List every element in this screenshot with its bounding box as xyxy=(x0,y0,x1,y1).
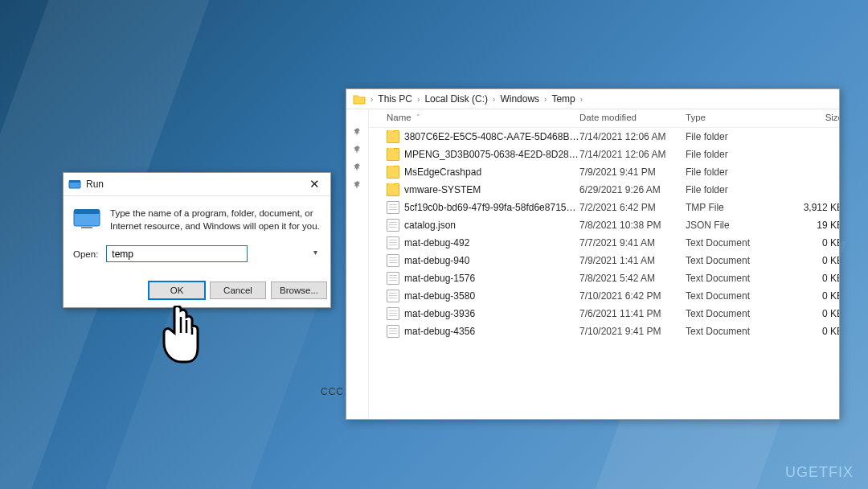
file-icon xyxy=(387,254,399,267)
chevron-right-icon: › xyxy=(371,95,373,104)
run-title: Run xyxy=(86,179,303,190)
file-name: mat-debug-4356 xyxy=(404,326,475,337)
breadcrumb[interactable]: This PC xyxy=(378,93,412,105)
file-date: 7/14/2021 12:06 AM xyxy=(579,149,686,160)
ok-button[interactable]: OK xyxy=(149,281,205,299)
chevron-right-icon: › xyxy=(493,95,495,104)
pin-icon[interactable] xyxy=(353,162,362,172)
file-type: Text Document xyxy=(686,255,782,266)
table-row[interactable]: MPENG_3D3B0075-0638-4E2D-8D28-2DE…7/14/2… xyxy=(369,146,839,163)
file-icon xyxy=(387,307,399,320)
file-icon xyxy=(387,219,399,232)
breadcrumb[interactable]: Windows xyxy=(500,93,539,105)
browse-button[interactable]: Browse... xyxy=(271,281,327,299)
explorer-window: › This PC › Local Disk (C:) › Windows › … xyxy=(346,88,840,420)
quick-access-rail xyxy=(346,109,369,419)
pin-icon[interactable] xyxy=(353,145,362,154)
run-program-icon xyxy=(73,208,100,230)
file-date: 7/10/2021 6:42 PM xyxy=(579,290,686,302)
file-name: mat-debug-3936 xyxy=(404,308,475,319)
run-dialog: Run ✕ Type the name of a program, folder… xyxy=(63,172,331,308)
table-row[interactable]: mat-debug-15767/8/2021 5:42 AMText Docum… xyxy=(369,269,839,287)
file-type: TMP File xyxy=(686,202,782,213)
column-date[interactable]: Date modified xyxy=(579,113,686,122)
file-date: 7/8/2021 5:42 AM xyxy=(579,273,686,284)
file-type: File folder xyxy=(686,149,782,160)
cancel-button[interactable]: Cancel xyxy=(210,281,266,299)
file-listing: Name˄ Date modified Type Size 3807C6E2-E… xyxy=(369,109,839,419)
cursor-hand-icon xyxy=(154,306,203,368)
table-row[interactable]: 5cf19c0b-bd69-47f9-99fa-58fd6e871503.t…7… xyxy=(369,199,839,216)
svg-rect-4 xyxy=(81,227,92,228)
chevron-down-icon[interactable]: ▾ xyxy=(313,248,317,257)
table-row[interactable]: mat-debug-9407/9/2021 1:41 AMText Docume… xyxy=(369,252,839,269)
table-row[interactable]: 3807C6E2-E5C5-408C-AA7E-5D468BEA33…7/14/… xyxy=(369,128,839,146)
background-text: CCC xyxy=(321,386,344,397)
breadcrumb[interactable]: Local Disk (C:) xyxy=(424,93,488,105)
file-type: Text Document xyxy=(686,273,782,284)
chevron-right-icon: › xyxy=(544,95,547,104)
file-size: 0 KB xyxy=(782,273,839,284)
table-row[interactable]: mat-debug-35807/10/2021 6:42 PMText Docu… xyxy=(369,287,839,305)
run-open-label: Open: xyxy=(73,249,98,259)
table-row[interactable]: catalog.json7/8/2021 10:38 PMJSON File19… xyxy=(369,216,839,234)
folder-icon xyxy=(387,148,399,161)
chevron-right-icon: › xyxy=(580,95,583,104)
watermark: UGETFIX xyxy=(785,464,854,481)
folder-icon xyxy=(353,92,366,105)
file-date: 7/6/2021 11:41 PM xyxy=(579,308,686,319)
column-size[interactable]: Size xyxy=(782,113,839,122)
file-type: Text Document xyxy=(686,237,782,249)
file-date: 7/10/2021 9:41 PM xyxy=(579,326,686,337)
file-date: 7/9/2021 9:41 PM xyxy=(579,166,686,178)
file-size: 3,912 KB xyxy=(782,202,839,213)
file-type: File folder xyxy=(686,166,782,178)
file-date: 7/2/2021 6:42 PM xyxy=(579,202,686,213)
file-name: vmware-SYSTEM xyxy=(404,184,481,195)
run-titlebar[interactable]: Run ✕ xyxy=(63,173,330,196)
file-date: 6/29/2021 9:26 AM xyxy=(579,184,686,195)
pin-icon[interactable] xyxy=(353,180,362,190)
pin-icon[interactable] xyxy=(353,127,362,137)
file-type: Text Document xyxy=(686,290,782,302)
file-date: 7/8/2021 10:38 PM xyxy=(579,220,686,231)
file-size: 0 KB xyxy=(782,237,839,249)
file-name: catalog.json xyxy=(404,220,456,231)
file-type: JSON File xyxy=(686,220,782,231)
column-type[interactable]: Type xyxy=(686,113,782,122)
file-size: 0 KB xyxy=(782,308,839,319)
file-icon xyxy=(387,201,399,214)
file-type: File folder xyxy=(686,131,782,142)
table-row[interactable]: MsEdgeCrashpad7/9/2021 9:41 PMFile folde… xyxy=(369,163,839,181)
file-date: 7/7/2021 9:41 AM xyxy=(579,237,686,249)
file-icon xyxy=(387,272,399,285)
file-name: mat-debug-1576 xyxy=(404,273,475,284)
file-date: 7/9/2021 1:41 AM xyxy=(579,255,686,266)
sort-ascending-icon: ˄ xyxy=(416,113,420,121)
file-name: mat-debug-940 xyxy=(404,255,469,266)
table-row[interactable]: mat-debug-39367/6/2021 11:41 PMText Docu… xyxy=(369,305,839,323)
breadcrumb[interactable]: Temp xyxy=(551,93,575,105)
close-icon[interactable]: ✕ xyxy=(303,176,326,192)
run-open-input[interactable] xyxy=(106,245,248,262)
address-bar[interactable]: › This PC › Local Disk (C:) › Windows › … xyxy=(346,89,839,109)
file-date: 7/14/2021 12:06 AM xyxy=(579,131,686,142)
svg-rect-1 xyxy=(69,180,80,183)
file-name: 3807C6E2-E5C5-408C-AA7E-5D468BEA33… xyxy=(404,131,579,142)
run-message: Type the name of a program, folder, docu… xyxy=(110,208,321,232)
file-name: MsEdgeCrashpad xyxy=(404,166,481,178)
table-row[interactable]: mat-debug-43567/10/2021 9:41 PMText Docu… xyxy=(369,323,839,340)
file-type: File folder xyxy=(686,184,782,195)
folder-icon xyxy=(387,183,399,196)
svg-rect-3 xyxy=(74,209,100,214)
file-type: Text Document xyxy=(686,326,782,337)
file-size: 0 KB xyxy=(782,255,839,266)
file-name: mat-debug-3580 xyxy=(404,290,475,302)
folder-icon xyxy=(387,130,399,143)
column-headers[interactable]: Name˄ Date modified Type Size xyxy=(369,109,839,128)
table-row[interactable]: vmware-SYSTEM6/29/2021 9:26 AMFile folde… xyxy=(369,181,839,199)
file-size: 19 KB xyxy=(782,220,839,231)
table-row[interactable]: mat-debug-4927/7/2021 9:41 AMText Docume… xyxy=(369,234,839,252)
file-icon xyxy=(387,236,399,249)
column-name[interactable]: Name˄ xyxy=(387,113,579,122)
